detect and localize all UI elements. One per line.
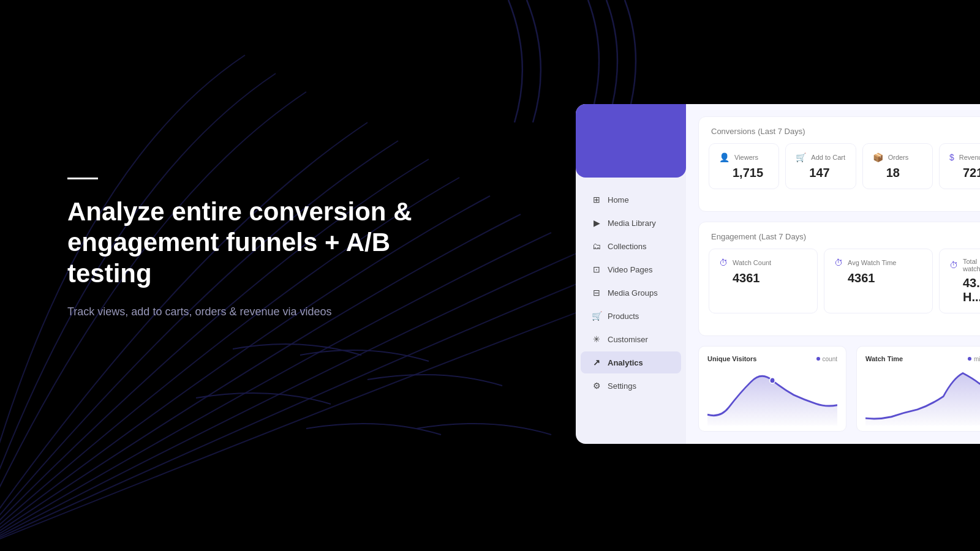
main-content: Conversions(Last 7 Days) 👤 Viewers 1,715… [686,104,980,444]
watch-count-card: ⏱ Watch Count 4361 [709,249,818,313]
sidebar-item-products[interactable]: 🛒 Products [581,305,681,327]
orders-icon: 📦 [873,152,883,162]
watch-count-icon: ⏱ [719,258,728,268]
sidebar-item-products-label: Products [608,312,639,321]
add-to-cart-value: 147 [796,166,845,180]
sidebar-item-collections-label: Collections [608,242,647,251]
revenue-header: $ Revenue [949,152,980,162]
unique-visitors-legend: count [816,356,837,362]
sidebar-item-analytics[interactable]: ↗ Analytics [581,351,681,373]
viewers-icon: 👤 [719,152,729,162]
svg-point-0 [770,378,775,384]
total-watch-card: ⏱ Total watch... 43.61 H... [939,249,980,313]
watch-time-chart: Watch Time minutes [856,346,980,432]
orders-card: 📦 Orders 18 [862,143,933,189]
watch-time-legend-dot [968,357,971,361]
orders-value: 18 [873,166,922,180]
sidebar-item-customiser-label: Customiser [608,335,648,344]
sidebar-item-media-library[interactable]: ▶ Media Library [581,212,681,234]
total-watch-label: Total watch... [963,258,980,272]
avg-watch-time-card: ⏱ Avg Watch Time 4361 [824,249,933,313]
sidebar-logo [576,104,686,178]
revenue-icon: $ [949,152,954,162]
sidebar-item-settings-label: Settings [608,381,636,391]
engagement-title: Engagement(Last 7 Days) [709,232,980,241]
sidebar-item-video-pages[interactable]: ⊡ Video Pages [581,258,681,280]
avg-watch-time-label: Avg Watch Time [848,259,896,266]
conversions-title: Conversions(Last 7 Days) [709,127,980,136]
watch-count-value: 4361 [719,271,807,285]
watch-time-legend-label: minutes [974,356,980,362]
watch-time-title: Watch Time [865,355,903,362]
hero-subheading: Track views, add to carts, orders & reve… [67,304,435,320]
customiser-icon: ✳ [592,334,601,344]
conversions-section: Conversions(Last 7 Days) 👤 Viewers 1,715… [698,116,980,212]
unique-visitors-legend-dot [816,357,820,361]
total-watch-value: 43.61 H... [949,276,980,304]
avg-watch-time-icon: ⏱ [834,258,843,268]
watch-time-svg [865,367,980,425]
viewers-value: 1,715 [719,166,769,180]
charts-section: Unique Visitors count [698,346,980,432]
add-to-cart-card: 🛒 Add to Cart 147 [785,143,856,189]
sidebar-item-video-pages-label: Video Pages [608,265,653,274]
add-to-cart-label: Add to Cart [811,154,845,161]
sidebar-item-home-label: Home [608,195,629,204]
hero-divider [67,178,98,179]
revenue-value: 7218 [949,166,980,180]
media-groups-icon: ⊟ [592,288,601,298]
total-watch-icon: ⏱ [949,260,958,270]
conversions-cards: 👤 Viewers 1,715 🛒 Add to Cart 147 [709,143,980,189]
hero-heading: Analyze entire conversion & engagement f… [67,197,435,289]
engagement-cards: ⏱ Watch Count 4361 ⏱ Avg Watch Time 4361 [709,249,980,313]
app-window: ⊞ Home ▶ Media Library 🗂 Collections ⊡ V… [576,104,980,444]
sidebar-item-media-groups-label: Media Groups [608,288,658,298]
orders-label: Orders [888,154,909,161]
analytics-icon: ↗ [592,358,601,367]
sidebar-nav: ⊞ Home ▶ Media Library 🗂 Collections ⊡ V… [576,182,686,444]
viewers-card: 👤 Viewers 1,715 [709,143,779,189]
unique-visitors-chart: Unique Visitors count [698,346,846,432]
add-to-cart-icon: 🛒 [796,152,806,162]
unique-visitors-title: Unique Visitors [707,355,756,362]
watch-count-header: ⏱ Watch Count [719,258,807,268]
hero-section: Analyze entire conversion & engagement f… [67,178,435,320]
watch-count-label: Watch Count [733,259,771,266]
sidebar-item-media-library-label: Media Library [608,219,656,228]
sidebar-item-collections[interactable]: 🗂 Collections [581,235,681,257]
home-icon: ⊞ [592,195,601,204]
sidebar-item-customiser[interactable]: ✳ Customiser [581,328,681,350]
unique-visitors-header: Unique Visitors count [707,355,837,362]
engagement-section: Engagement(Last 7 Days) ⏱ Watch Count 43… [698,222,980,336]
total-watch-header: ⏱ Total watch... [949,258,980,272]
avg-watch-time-header: ⏱ Avg Watch Time [834,258,922,268]
products-icon: 🛒 [592,311,601,321]
media-library-icon: ▶ [592,218,601,228]
watch-time-header: Watch Time minutes [865,355,980,362]
orders-header: 📦 Orders [873,152,922,162]
unique-visitors-legend-label: count [823,356,837,362]
sidebar-item-media-groups[interactable]: ⊟ Media Groups [581,282,681,304]
sidebar-item-analytics-label: Analytics [608,358,643,367]
dashboard-panel: ⊞ Home ▶ Media Library 🗂 Collections ⊡ V… [576,104,980,444]
collections-icon: 🗂 [592,241,601,251]
watch-time-legend: minutes [968,356,980,362]
add-to-cart-header: 🛒 Add to Cart [796,152,845,162]
revenue-label: Revenue [959,154,980,161]
sidebar: ⊞ Home ▶ Media Library 🗂 Collections ⊡ V… [576,104,686,444]
settings-icon: ⚙ [592,381,601,391]
sidebar-item-settings[interactable]: ⚙ Settings [581,375,681,397]
revenue-card: $ Revenue 7218 [939,143,980,189]
sidebar-item-home[interactable]: ⊞ Home [581,189,681,211]
unique-visitors-svg [707,367,837,425]
viewers-card-header: 👤 Viewers [719,152,769,162]
viewers-label: Viewers [734,154,758,161]
avg-watch-time-value: 4361 [834,271,922,285]
video-pages-icon: ⊡ [592,264,601,274]
